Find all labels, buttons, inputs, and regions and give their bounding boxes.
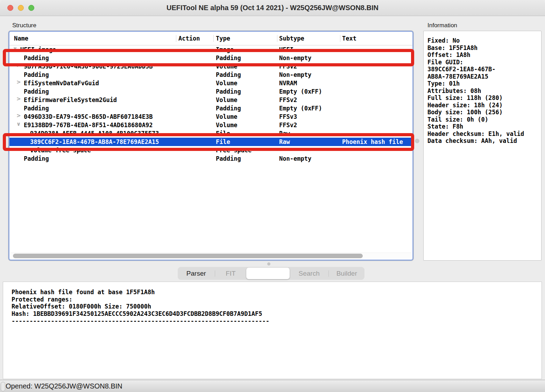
- row-name: Padding: [24, 87, 49, 96]
- row-name: Volume free space: [30, 146, 91, 154]
- row-name: UEFI image: [20, 45, 56, 54]
- column-header-type[interactable]: Type: [216, 32, 230, 45]
- tab-search[interactable]: Search: [290, 267, 329, 280]
- table-row[interactable]: ∨E9138BD9-767B-4EDA-8F51-4AD618680A92Vol…: [9, 121, 412, 129]
- table-row[interactable]: >EfiFirmwareFileSystem2GuidVolumeFFSv2: [9, 96, 412, 104]
- row-type: Padding: [216, 54, 241, 62]
- row-subtype: Raw: [279, 138, 290, 146]
- column-header-subtype[interactable]: Subtype: [279, 32, 304, 45]
- row-type: Padding: [216, 71, 241, 79]
- row-type: Volume: [216, 112, 237, 121]
- row-name: EfiSystemNvDataFvGuid: [24, 79, 99, 87]
- table-row[interactable]: >9B7FA59D-71C6-4A36-906E-9725EA6ADD5BVol…: [9, 62, 412, 71]
- row-type: Padding: [216, 104, 241, 112]
- chevron-right-icon[interactable]: >: [16, 62, 21, 68]
- row-type: File: [216, 129, 230, 138]
- row-subtype: Non-empty: [279, 71, 311, 79]
- table-row[interactable]: 389CC6F2-1EA8-467B-AB8A-78E769AE2A15File…: [9, 138, 412, 146]
- row-subtype: NVRAM: [279, 79, 297, 87]
- title-bar: UEFITool NE alpha 59 (Oct 14 2021) - W25…: [0, 0, 545, 16]
- column-divider[interactable]: [213, 35, 214, 42]
- row-subtype: UEFI: [279, 45, 293, 54]
- table-row[interactable]: Volume free spaceFree space: [9, 146, 412, 154]
- table-row[interactable]: PaddingPaddingNon-empty: [9, 54, 412, 62]
- row-type: Volume: [216, 62, 237, 71]
- row-type: Padding: [216, 87, 241, 96]
- parser-message-panel[interactable]: Phoenix hash file found at base 1F5F1A8h…: [3, 282, 542, 379]
- table-row[interactable]: 934D938A-AEFB-4445-A108-4B100C375E73File…: [9, 129, 412, 138]
- column-header-action[interactable]: Action: [178, 32, 200, 45]
- tab-builder[interactable]: Builder: [329, 267, 364, 280]
- row-name: 389CC6F2-1EA8-467B-AB8A-78E769AE2A15: [30, 138, 159, 146]
- tab-fit[interactable]: FIT: [215, 267, 247, 280]
- structure-panel-label: Structure: [12, 22, 36, 29]
- row-type: Volume: [216, 96, 237, 104]
- table-row[interactable]: >EfiSystemNvDataFvGuidVolumeNVRAM: [9, 79, 412, 87]
- structure-tree: Name Action Type Subtype Text ∨UEFI imag…: [8, 31, 413, 261]
- tab-selected-blank[interactable]: [246, 268, 290, 279]
- row-type: Volume: [216, 79, 237, 87]
- information-text: Fixed: No Base: 1F5F1A8h Offset: 1A8h Fi…: [427, 37, 539, 145]
- chevron-right-icon[interactable]: >: [16, 96, 21, 102]
- window-title: UEFITool NE alpha 59 (Oct 14 2021) - W25…: [0, 0, 545, 16]
- row-text: Phoenix hash file: [342, 138, 403, 146]
- column-divider[interactable]: [340, 35, 340, 42]
- information-panel-label: Information: [427, 22, 457, 29]
- horizontal-scrollbar[interactable]: [10, 253, 411, 259]
- row-subtype: Empty (0xFF): [279, 104, 322, 112]
- table-row[interactable]: ∨UEFI imageImageUEFI: [9, 45, 412, 54]
- row-type: Padding: [216, 154, 241, 163]
- row-subtype: FFSv2: [279, 62, 297, 71]
- table-row[interactable]: PaddingPaddingEmpty (0xFF): [9, 104, 412, 112]
- chevron-right-icon[interactable]: >: [16, 112, 21, 119]
- tab-label: Search: [299, 270, 320, 277]
- tab-label: Builder: [337, 270, 357, 277]
- table-row[interactable]: >0496D33D-EA79-495C-B65D-ABF607184E3BVol…: [9, 112, 412, 121]
- column-divider[interactable]: [176, 35, 176, 42]
- row-name: 934D938A-AEFB-4445-A108-4B100C375E73: [30, 129, 159, 138]
- row-name: 9B7FA59D-71C6-4A36-906E-9725EA6ADD5B: [24, 62, 153, 71]
- row-name: E9138BD9-767B-4EDA-8F51-4AD618680A92: [24, 121, 153, 129]
- chevron-down-icon[interactable]: ∨: [13, 45, 17, 52]
- vertical-splitter-handle[interactable]: [415, 139, 419, 143]
- row-type: Free space: [216, 146, 252, 154]
- row-name: Padding: [24, 71, 49, 79]
- row-subtype: Empty (0xFF): [279, 87, 322, 96]
- column-header-name[interactable]: Name: [14, 32, 28, 45]
- row-subtype: Non-empty: [279, 154, 311, 163]
- row-name: EfiFirmwareFileSystem2Guid: [24, 96, 117, 104]
- row-type: Image: [216, 45, 234, 54]
- horizontal-scrollbar-thumb[interactable]: [13, 254, 363, 258]
- tab-label: FIT: [226, 270, 236, 277]
- column-divider[interactable]: [277, 35, 277, 42]
- row-subtype: Non-empty: [279, 54, 311, 62]
- status-text: Opened: W25Q256JW@WSON8.BIN: [6, 380, 122, 392]
- column-header-text[interactable]: Text: [342, 32, 356, 45]
- tab-label: Parser: [186, 270, 206, 277]
- tab-parser[interactable]: Parser: [178, 267, 215, 280]
- chevron-right-icon[interactable]: >: [16, 79, 21, 85]
- table-row[interactable]: PaddingPaddingEmpty (0xFF): [9, 87, 412, 96]
- row-name: Padding: [24, 104, 49, 112]
- row-name: 0496D33D-EA79-495C-B65D-ABF607184E3B: [24, 112, 153, 121]
- row-name: Padding: [24, 154, 49, 163]
- row-subtype: FFSv2: [279, 121, 297, 129]
- row-type: Volume: [216, 121, 237, 129]
- table-row[interactable]: PaddingPaddingNon-empty: [9, 154, 412, 163]
- tree-rows: ∨UEFI imageImageUEFIPaddingPaddingNon-em…: [9, 45, 412, 163]
- row-subtype: FFSv3: [279, 112, 297, 121]
- information-panel: Fixed: No Base: 1F5F1A8h Offset: 1A8h Fi…: [423, 31, 542, 261]
- parser-messages: Phoenix hash file found at base 1F5F1A8h…: [12, 289, 538, 325]
- row-subtype: FFSv2: [279, 96, 297, 104]
- status-bar: Opened: W25Q256JW@WSON8.BIN: [0, 380, 545, 392]
- row-subtype: Raw: [279, 129, 290, 138]
- window-resize-grip[interactable]: [1, 382, 5, 391]
- chevron-down-icon[interactable]: ∨: [16, 121, 21, 127]
- row-type: File: [216, 138, 230, 146]
- row-name: Padding: [24, 54, 49, 62]
- horizontal-splitter-handle[interactable]: [267, 262, 270, 266]
- tree-header: Name Action Type Subtype Text: [9, 32, 412, 45]
- bottom-tab-bar: ParserFITSearchBuilder: [178, 267, 364, 280]
- table-row[interactable]: PaddingPaddingNon-empty: [9, 71, 412, 79]
